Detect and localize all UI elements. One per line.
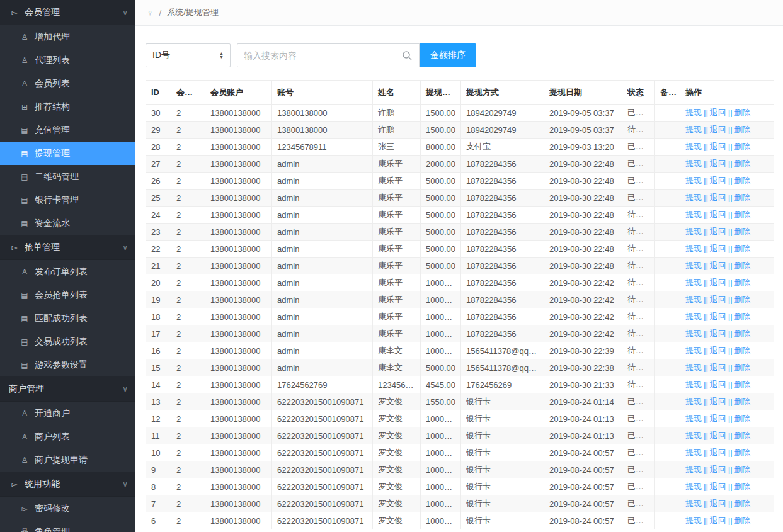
sidebar-item[interactable]: ♙代理列表 bbox=[0, 48, 135, 72]
sidebar-section-header[interactable]: 商户管理∨ bbox=[0, 376, 135, 402]
sidebar-item[interactable]: ♙发布订单列表 bbox=[0, 260, 135, 283]
action-delete-link[interactable]: 删除 bbox=[734, 261, 751, 270]
action-delete-link[interactable]: 删除 bbox=[734, 142, 751, 151]
action-withdraw-link[interactable]: 提现 bbox=[685, 516, 702, 525]
action-return-link[interactable]: 退回 bbox=[710, 193, 726, 202]
search-button[interactable] bbox=[394, 43, 420, 67]
action-return-link[interactable]: 退回 bbox=[710, 295, 726, 304]
action-withdraw-link[interactable]: 提现 bbox=[685, 329, 702, 338]
action-withdraw-link[interactable]: 提现 bbox=[685, 380, 702, 389]
action-withdraw-link[interactable]: 提现 bbox=[685, 108, 702, 117]
action-delete-link[interactable]: 删除 bbox=[734, 193, 751, 202]
action-return-link[interactable]: 退回 bbox=[710, 244, 726, 253]
action-delete-link[interactable]: 删除 bbox=[734, 108, 751, 117]
sidebar-item[interactable]: ▤提现管理 bbox=[0, 142, 135, 165]
action-return-link[interactable]: 退回 bbox=[710, 431, 726, 440]
action-withdraw-link[interactable]: 提现 bbox=[685, 397, 702, 406]
sidebar-item[interactable]: ▤交易成功列表 bbox=[0, 330, 135, 353]
action-return-link[interactable]: 退回 bbox=[710, 380, 726, 389]
action-return-link[interactable]: 退回 bbox=[710, 414, 726, 423]
action-return-link[interactable]: 退回 bbox=[710, 346, 726, 355]
sidebar-item[interactable]: ♙商户提现申请 bbox=[0, 448, 135, 472]
action-delete-link[interactable]: 删除 bbox=[734, 125, 751, 134]
action-delete-link[interactable]: 删除 bbox=[734, 329, 751, 338]
action-withdraw-link[interactable]: 提现 bbox=[685, 227, 702, 236]
action-withdraw-link[interactable]: 提现 bbox=[685, 159, 702, 168]
action-delete-link[interactable]: 删除 bbox=[734, 159, 751, 168]
sidebar-item[interactable]: ▤充值管理 bbox=[0, 118, 135, 142]
action-return-link[interactable]: 退回 bbox=[710, 363, 726, 372]
action-withdraw-link[interactable]: 提现 bbox=[685, 499, 702, 508]
action-delete-link[interactable]: 删除 bbox=[734, 380, 751, 389]
action-delete-link[interactable]: 删除 bbox=[734, 346, 751, 355]
action-withdraw-link[interactable]: 提现 bbox=[685, 125, 702, 134]
sidebar-item[interactable]: ♙会员列表 bbox=[0, 72, 135, 95]
sidebar-item[interactable]: ▤匹配成功列表 bbox=[0, 307, 135, 330]
action-withdraw-link[interactable]: 提现 bbox=[685, 176, 702, 185]
sidebar-item[interactable]: ▻密码修改 bbox=[0, 497, 135, 520]
action-return-link[interactable]: 退回 bbox=[710, 125, 726, 134]
action-return-link[interactable]: 退回 bbox=[710, 278, 726, 287]
action-withdraw-link[interactable]: 提现 bbox=[685, 244, 702, 253]
action-return-link[interactable]: 退回 bbox=[710, 210, 726, 219]
action-withdraw-link[interactable]: 提现 bbox=[685, 210, 702, 219]
action-withdraw-link[interactable]: 提现 bbox=[685, 295, 702, 304]
action-delete-link[interactable]: 删除 bbox=[734, 210, 751, 219]
action-withdraw-link[interactable]: 提现 bbox=[685, 448, 702, 457]
sidebar-item[interactable]: ▤资金流水 bbox=[0, 212, 135, 235]
action-withdraw-link[interactable]: 提现 bbox=[685, 278, 702, 287]
action-delete-link[interactable]: 删除 bbox=[734, 176, 751, 185]
action-delete-link[interactable]: 删除 bbox=[734, 516, 751, 525]
action-withdraw-link[interactable]: 提现 bbox=[685, 465, 702, 474]
sidebar-section-header[interactable]: ▻统用功能∨ bbox=[0, 472, 135, 497]
action-delete-link[interactable]: 删除 bbox=[734, 244, 751, 253]
action-delete-link[interactable]: 删除 bbox=[734, 482, 751, 491]
sidebar-item[interactable]: 品角色管理 bbox=[0, 520, 135, 532]
sidebar-section-header[interactable]: ▻会员管理∨ bbox=[0, 0, 135, 25]
sidebar-item[interactable]: ⊞推荐结构 bbox=[0, 95, 135, 118]
sidebar-section-header[interactable]: ▻抢单管理∨ bbox=[0, 235, 135, 260]
action-withdraw-link[interactable]: 提现 bbox=[685, 482, 702, 491]
action-delete-link[interactable]: 删除 bbox=[734, 278, 751, 287]
action-delete-link[interactable]: 删除 bbox=[734, 397, 751, 406]
sidebar-item[interactable]: ♙商户列表 bbox=[0, 425, 135, 448]
action-delete-link[interactable]: 删除 bbox=[734, 363, 751, 372]
action-return-link[interactable]: 退回 bbox=[710, 482, 726, 491]
sidebar-item[interactable]: ▤游戏参数设置 bbox=[0, 353, 135, 376]
sidebar-item[interactable]: ♙增加代理 bbox=[0, 25, 135, 48]
action-return-link[interactable]: 退回 bbox=[710, 465, 726, 474]
action-delete-link[interactable]: 删除 bbox=[734, 499, 751, 508]
action-withdraw-link[interactable]: 提现 bbox=[685, 414, 702, 423]
action-return-link[interactable]: 退回 bbox=[710, 108, 726, 117]
action-withdraw-link[interactable]: 提现 bbox=[685, 261, 702, 270]
action-withdraw-link[interactable]: 提现 bbox=[685, 363, 702, 372]
action-return-link[interactable]: 退回 bbox=[710, 499, 726, 508]
sidebar-item[interactable]: ♙开通商户 bbox=[0, 402, 135, 425]
action-delete-link[interactable]: 删除 bbox=[734, 312, 751, 321]
action-withdraw-link[interactable]: 提现 bbox=[685, 431, 702, 440]
action-return-link[interactable]: 退回 bbox=[710, 176, 726, 185]
action-return-link[interactable]: 退回 bbox=[710, 261, 726, 270]
action-withdraw-link[interactable]: 提现 bbox=[685, 346, 702, 355]
action-delete-link[interactable]: 删除 bbox=[734, 227, 751, 236]
sidebar-item[interactable]: ▤会员抢单列表 bbox=[0, 283, 135, 307]
action-withdraw-link[interactable]: 提现 bbox=[685, 312, 702, 321]
action-return-link[interactable]: 退回 bbox=[710, 448, 726, 457]
search-input[interactable] bbox=[237, 43, 394, 67]
action-delete-link[interactable]: 删除 bbox=[734, 448, 751, 457]
action-return-link[interactable]: 退回 bbox=[710, 397, 726, 406]
action-return-link[interactable]: 退回 bbox=[710, 516, 726, 525]
sidebar-item[interactable]: ▤二维码管理 bbox=[0, 165, 135, 188]
action-return-link[interactable]: 退回 bbox=[710, 142, 726, 151]
action-return-link[interactable]: 退回 bbox=[710, 329, 726, 338]
action-withdraw-link[interactable]: 提现 bbox=[685, 193, 702, 202]
action-delete-link[interactable]: 删除 bbox=[734, 295, 751, 304]
amount-sort-button[interactable]: 金额排序 bbox=[420, 43, 476, 67]
action-return-link[interactable]: 退回 bbox=[710, 312, 726, 321]
action-delete-link[interactable]: 删除 bbox=[734, 431, 751, 440]
sidebar-item[interactable]: ▤银行卡管理 bbox=[0, 188, 135, 212]
action-delete-link[interactable]: 删除 bbox=[734, 414, 751, 423]
action-delete-link[interactable]: 删除 bbox=[734, 465, 751, 474]
action-withdraw-link[interactable]: 提现 bbox=[685, 142, 702, 151]
search-field-select[interactable]: ID号 ▲▼ bbox=[146, 43, 231, 67]
